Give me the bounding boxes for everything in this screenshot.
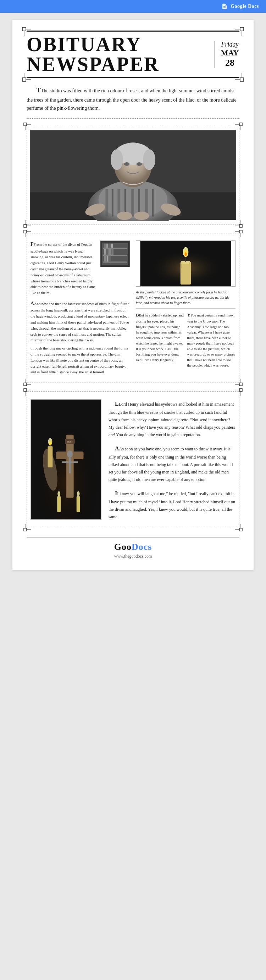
second-right-column: As the painter looked at the gracious an… bbox=[136, 240, 236, 375]
photo-corner-br bbox=[235, 220, 242, 228]
third-content-section: INRI LLord Henry elevated his eyebrows a… bbox=[27, 391, 239, 528]
svg-rect-72 bbox=[109, 249, 111, 255]
photo-corner-tl bbox=[24, 123, 31, 130]
google-docs-brand: Google Docs bbox=[221, 3, 259, 10]
svg-rect-75 bbox=[107, 256, 109, 262]
svg-rect-49 bbox=[24, 230, 27, 233]
publication-date: Friday MAY 28 bbox=[215, 41, 239, 68]
second-left-text1: FFrom the corner of the divan of Persian… bbox=[30, 240, 97, 296]
svg-rect-5 bbox=[240, 27, 244, 31]
svg-rect-71 bbox=[106, 249, 108, 255]
svg-point-44 bbox=[143, 149, 155, 170]
corner-ornament-tr bbox=[234, 27, 244, 37]
newspaper-title: Obituary Newspaper bbox=[27, 35, 210, 74]
svg-rect-17 bbox=[239, 123, 242, 126]
svg-rect-38 bbox=[152, 189, 154, 217]
brand-docs: Docs bbox=[131, 542, 152, 552]
s2-corner-tr bbox=[235, 230, 242, 238]
svg-rect-23 bbox=[239, 224, 242, 228]
svg-rect-63 bbox=[103, 248, 127, 249]
s2-corner-tl bbox=[24, 230, 31, 238]
svg-rect-31 bbox=[105, 189, 108, 217]
svg-rect-94 bbox=[239, 528, 242, 531]
third-para-3: II know you will laugh at me," he replie… bbox=[109, 488, 236, 521]
bookcase-photo bbox=[100, 240, 130, 267]
svg-rect-20 bbox=[24, 224, 27, 228]
svg-text:INRI: INRI bbox=[67, 441, 73, 443]
right-subcol-2: YYou must certainly send it next year to… bbox=[187, 312, 236, 368]
brand-text: Google Docs bbox=[231, 3, 259, 9]
svg-rect-113 bbox=[77, 496, 80, 512]
second-left-column: FFrom the corner of the divan of Persian… bbox=[30, 240, 130, 375]
cross-candle-photo: INRI bbox=[30, 399, 101, 520]
svg-rect-70 bbox=[104, 249, 106, 255]
photo-corner-bl bbox=[24, 220, 31, 228]
svg-rect-79 bbox=[180, 262, 191, 285]
svg-rect-2 bbox=[22, 27, 26, 31]
svg-rect-102 bbox=[48, 446, 53, 467]
s3-corner-bl bbox=[24, 523, 31, 531]
svg-point-46 bbox=[136, 162, 142, 166]
corner-ornament-br bbox=[234, 72, 244, 82]
corner-ornament-bl bbox=[22, 72, 32, 82]
candle-caption: As the painter looked at the gracious an… bbox=[136, 290, 236, 309]
svg-point-43 bbox=[111, 149, 123, 170]
footer-section: GooDocs www.thegoodocs.com bbox=[27, 537, 239, 559]
svg-rect-76 bbox=[109, 256, 111, 262]
svg-rect-52 bbox=[239, 230, 242, 233]
intro-paragraph: TThe studio was filled with the rich odo… bbox=[27, 85, 239, 113]
footer-url: www.thegoodocs.com bbox=[27, 554, 239, 559]
brand-goo: Goo bbox=[114, 542, 131, 552]
svg-point-84 bbox=[185, 253, 187, 256]
svg-point-112 bbox=[57, 491, 60, 496]
woman-photo bbox=[30, 129, 236, 221]
corner-ornament-tl bbox=[22, 27, 32, 37]
second-left-text3: through the long une or circling with a … bbox=[30, 345, 130, 375]
right-subcol-1: BBut he suddenly started up, and closing… bbox=[136, 312, 184, 368]
footer-brand: GooDocs bbox=[27, 542, 239, 552]
s2-corner-br bbox=[235, 378, 242, 386]
photo-section-1 bbox=[27, 126, 239, 224]
svg-rect-73 bbox=[111, 249, 114, 255]
third-text-block: LLord Henry elevated his eyebrows and lo… bbox=[109, 399, 236, 521]
svg-rect-66 bbox=[104, 243, 106, 248]
svg-rect-64 bbox=[103, 255, 127, 256]
svg-rect-67 bbox=[106, 243, 108, 248]
svg-rect-58 bbox=[239, 383, 242, 386]
svg-rect-14 bbox=[24, 123, 27, 126]
s3-corner-tr bbox=[235, 388, 242, 396]
main-page: Obituary Newspaper Friday MAY 28 TThe st… bbox=[13, 20, 253, 570]
candle-photo bbox=[136, 240, 236, 286]
svg-point-48 bbox=[134, 212, 149, 220]
svg-rect-33 bbox=[117, 189, 120, 217]
svg-rect-111 bbox=[57, 496, 61, 512]
s2-corner-bl bbox=[24, 378, 31, 386]
second-left-text2: AAnd now and then the fantastic shadows … bbox=[30, 300, 130, 344]
svg-rect-68 bbox=[109, 243, 111, 248]
svg-point-114 bbox=[77, 491, 80, 496]
svg-rect-69 bbox=[111, 243, 113, 248]
svg-point-47 bbox=[117, 212, 132, 220]
svg-rect-85 bbox=[24, 388, 27, 391]
svg-rect-91 bbox=[24, 528, 27, 531]
svg-point-45 bbox=[124, 162, 130, 166]
svg-rect-65 bbox=[103, 262, 127, 263]
svg-point-101 bbox=[49, 442, 51, 446]
svg-rect-8 bbox=[22, 78, 26, 81]
second-content-section: FFrom the corner of the divan of Persian… bbox=[27, 233, 239, 383]
third-para-1: LLord Henry elevated his eyebrows and lo… bbox=[109, 399, 236, 439]
svg-rect-35 bbox=[131, 189, 134, 217]
svg-rect-74 bbox=[104, 256, 106, 262]
svg-rect-88 bbox=[239, 388, 242, 391]
top-bar: Google Docs bbox=[0, 0, 266, 13]
svg-rect-55 bbox=[24, 383, 27, 386]
s3-corner-tl bbox=[24, 388, 31, 396]
s3-corner-br bbox=[235, 523, 242, 531]
svg-rect-32 bbox=[112, 189, 114, 217]
third-para-2: AAs soon as you have one, you seem to wa… bbox=[109, 444, 236, 484]
photo-corner-tr bbox=[235, 123, 242, 130]
intro-section: TThe studio was filled with the rich odo… bbox=[27, 85, 239, 119]
svg-point-108 bbox=[67, 450, 73, 458]
svg-rect-11 bbox=[240, 78, 244, 81]
